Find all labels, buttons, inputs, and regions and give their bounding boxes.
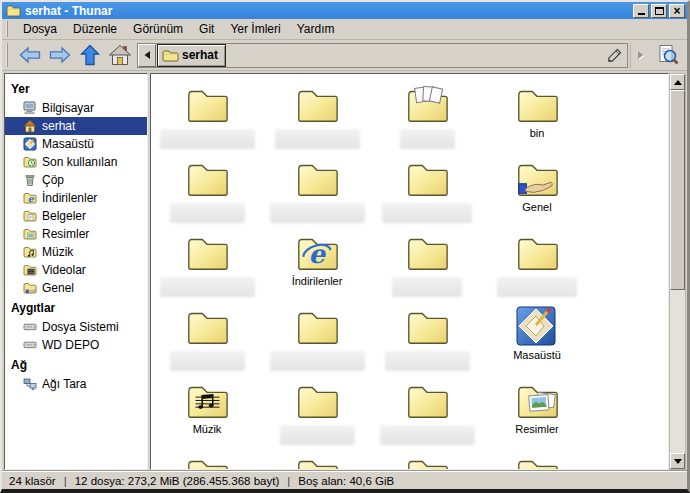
file-item[interactable]: [375, 230, 479, 304]
sidebar-item-label: Son kullanılan: [42, 155, 117, 169]
sidebar-item-muzik[interactable]: Müzik: [5, 243, 147, 261]
recent-icon: [23, 155, 37, 169]
sidebar-item-masaustu[interactable]: Masaüstü: [5, 135, 147, 153]
file-item[interactable]: [375, 156, 479, 230]
edit-path-pencil-icon[interactable]: [603, 45, 625, 66]
up-button[interactable]: [75, 42, 105, 69]
menu-gorunum[interactable]: Görünüm: [125, 20, 191, 38]
file-item-i-ndirilenler[interactable]: eİndirilenler: [265, 230, 369, 304]
sidebar-item-genel[interactable]: Genel: [5, 279, 147, 297]
sidebar-item-label: Genel: [42, 281, 74, 295]
menu-duzenle[interactable]: Düzenle: [65, 20, 125, 38]
sidebar-section-yer: Yer: [5, 78, 147, 99]
sidebar-item-label: Videolar: [42, 263, 86, 277]
file-item[interactable]: [155, 304, 259, 378]
music-icon: [23, 245, 37, 259]
file-item[interactable]: [155, 82, 259, 156]
file-item-muzik[interactable]: Müzik: [155, 378, 259, 452]
file-label: bin: [530, 127, 545, 139]
file-label: İndirilenler: [292, 275, 343, 287]
file-item[interactable]: [375, 378, 479, 452]
menubar-grip[interactable]: [6, 21, 10, 37]
sidebar-item-dosya-sistemi[interactable]: Dosya Sistemi: [5, 318, 147, 336]
forward-button[interactable]: [45, 42, 75, 69]
sidebar-item-serhat[interactable]: serhat: [5, 117, 147, 135]
close-button[interactable]: ×: [669, 4, 685, 18]
sidebar-item-resimler[interactable]: Resimler: [5, 225, 147, 243]
file-item-bin[interactable]: bin: [485, 82, 589, 156]
maximize-button[interactable]: [651, 4, 667, 18]
scroll-down-button[interactable]: [670, 453, 685, 469]
sidebar-item-wd-depo[interactable]: WD DEPO: [5, 336, 147, 354]
scroll-up-button[interactable]: [670, 74, 685, 90]
file-item[interactable]: [265, 304, 369, 378]
folder-icon: [294, 156, 340, 200]
file-grid: binGeneleİndirilenlerMasaüstüMüzikResiml…: [155, 82, 668, 470]
sidebar-item-son-kullanilan[interactable]: Son kullanılan: [5, 153, 147, 171]
minimize-button[interactable]: [633, 4, 649, 18]
file-item[interactable]: [375, 452, 479, 470]
search-button[interactable]: [653, 42, 683, 69]
home-button[interactable]: [105, 42, 135, 69]
sidebar-section-ag: Ağ: [5, 354, 147, 375]
file-item[interactable]: [265, 82, 369, 156]
sidebar-item-label: Belgeler: [42, 209, 86, 223]
redacted-file-label: [160, 129, 255, 149]
menu-git[interactable]: Git: [191, 20, 222, 38]
shared-icon: [23, 281, 37, 295]
vertical-scrollbar[interactable]: [669, 73, 686, 470]
file-item[interactable]: [485, 452, 589, 470]
folder-ie-icon: e: [294, 230, 340, 274]
file-view[interactable]: binGeneleİndirilenlerMasaüstüMüzikResiml…: [150, 73, 669, 470]
file-item[interactable]: [265, 378, 369, 452]
file-item[interactable]: [265, 452, 369, 470]
file-item-masaustu[interactable]: Masaüstü: [485, 304, 589, 378]
path-scroll-left-button[interactable]: [138, 44, 156, 67]
folder-icon: [184, 230, 230, 274]
redacted-file-label: [270, 351, 365, 371]
file-item[interactable]: [155, 230, 259, 304]
computer-icon: [23, 101, 37, 115]
sidebar-item-label: serhat: [42, 119, 75, 133]
path-scroll-right-button[interactable]: [630, 43, 650, 68]
title-bar[interactable]: serhat - Thunar ×: [2, 2, 687, 19]
folder-icon: [514, 82, 560, 126]
folder-icon: [294, 378, 340, 422]
file-item[interactable]: [485, 230, 589, 304]
menu-yardim[interactable]: Yardım: [289, 20, 343, 38]
menu-yer-i-mleri[interactable]: Yer İmleri: [222, 20, 288, 38]
back-button[interactable]: [15, 42, 45, 69]
file-item[interactable]: [375, 82, 479, 156]
menu-dosya[interactable]: Dosya: [15, 20, 65, 38]
file-item[interactable]: [265, 156, 369, 230]
scrollbar-thumb[interactable]: [670, 90, 685, 290]
file-item[interactable]: [155, 452, 259, 470]
drive-icon: [23, 320, 37, 334]
sidebar-item-bilgisayar[interactable]: Bilgisayar: [5, 99, 147, 117]
sidebar-item-label: Ağı Tara: [42, 377, 86, 391]
sidebar-item-agi-tara[interactable]: Ağı Tara: [5, 375, 147, 393]
window-title: serhat - Thunar: [25, 3, 631, 19]
drive-icon: [23, 338, 37, 352]
status-free-space: Boş alan: 40,6 GiB: [298, 475, 394, 487]
path-button-serhat[interactable]: serhat: [157, 44, 226, 67]
folder-docs-icon: [404, 82, 450, 126]
sidebar-section-aygitlar: Aygıtlar: [5, 297, 147, 318]
sidebar-item-label: Bilgisayar: [42, 101, 94, 115]
sidebar-item-i-ndirilenler[interactable]: eİndirilenler: [5, 189, 147, 207]
file-item[interactable]: [375, 304, 479, 378]
folder-icon: [294, 452, 340, 470]
redacted-file-label: [385, 351, 470, 371]
sidebar-item-belgeler[interactable]: Belgeler: [5, 207, 147, 225]
sidebar-item-label: Resimler: [42, 227, 89, 241]
folder-share-icon: [514, 156, 560, 200]
path-button-label: serhat: [182, 48, 218, 62]
file-item-genel[interactable]: Genel: [485, 156, 589, 230]
toolbar-grip[interactable]: [6, 43, 10, 67]
folder-icon: [294, 82, 340, 126]
sidebar-item-cop[interactable]: Çöp: [5, 171, 147, 189]
sidebar-item-videolar[interactable]: Videolar: [5, 261, 147, 279]
file-item-resimler[interactable]: Resimler: [485, 378, 589, 452]
file-item[interactable]: [155, 156, 259, 230]
network-icon: [23, 377, 37, 391]
